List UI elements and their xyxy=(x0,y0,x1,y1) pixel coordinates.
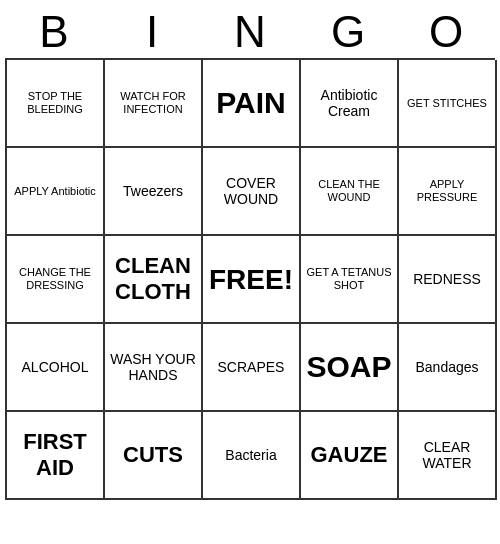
bingo-cell-3-3[interactable]: SOAP xyxy=(301,324,399,412)
cell-text: COVER WOUND xyxy=(207,175,295,209)
cell-text: CLEAN THE WOUND xyxy=(305,178,393,204)
cell-text: Bandages xyxy=(415,359,478,376)
cell-text: CLEAR WATER xyxy=(403,439,491,473)
bingo-container: BINGO STOP THE BLEEDINGWATCH FOR INFECTI… xyxy=(5,8,495,500)
bingo-letter-g: G xyxy=(303,8,393,56)
bingo-cell-0-2[interactable]: PAIN xyxy=(203,60,301,148)
bingo-letter-b: B xyxy=(9,8,99,56)
bingo-cell-2-1[interactable]: CLEAN CLOTH xyxy=(105,236,203,324)
bingo-cell-2-2[interactable]: FREE! xyxy=(203,236,301,324)
cell-text: Tweezers xyxy=(123,183,183,200)
bingo-cell-4-4[interactable]: CLEAR WATER xyxy=(399,412,497,500)
cell-text: STOP THE BLEEDING xyxy=(11,90,99,116)
cell-text: Bacteria xyxy=(225,447,276,464)
bingo-letter-n: N xyxy=(205,8,295,56)
bingo-cell-0-3[interactable]: Antibiotic Cream xyxy=(301,60,399,148)
bingo-header: BINGO xyxy=(5,8,495,56)
cell-text: REDNESS xyxy=(413,271,481,288)
cell-text: CHANGE THE DRESSING xyxy=(11,266,99,292)
cell-text: SOAP xyxy=(306,349,391,385)
bingo-cell-3-2[interactable]: SCRAPES xyxy=(203,324,301,412)
cell-text: APPLY PRESSURE xyxy=(403,178,491,204)
cell-text: GET A TETANUS SHOT xyxy=(305,266,393,292)
bingo-grid: STOP THE BLEEDINGWATCH FOR INFECTIONPAIN… xyxy=(5,58,495,500)
bingo-cell-4-1[interactable]: CUTS xyxy=(105,412,203,500)
bingo-cell-0-4[interactable]: GET STITCHES xyxy=(399,60,497,148)
cell-text: WATCH FOR INFECTION xyxy=(109,90,197,116)
cell-text: GAUZE xyxy=(311,442,388,468)
cell-text: CLEAN CLOTH xyxy=(109,253,197,306)
bingo-cell-3-1[interactable]: WASH YOUR HANDS xyxy=(105,324,203,412)
bingo-cell-2-4[interactable]: REDNESS xyxy=(399,236,497,324)
bingo-cell-2-0[interactable]: CHANGE THE DRESSING xyxy=(7,236,105,324)
cell-text: APPLY Antibiotic xyxy=(14,185,96,198)
cell-text: WASH YOUR HANDS xyxy=(109,351,197,385)
bingo-cell-1-0[interactable]: APPLY Antibiotic xyxy=(7,148,105,236)
bingo-cell-0-0[interactable]: STOP THE BLEEDING xyxy=(7,60,105,148)
bingo-letter-o: O xyxy=(401,8,491,56)
cell-text: Antibiotic Cream xyxy=(305,87,393,121)
bingo-cell-1-2[interactable]: COVER WOUND xyxy=(203,148,301,236)
bingo-cell-1-4[interactable]: APPLY PRESSURE xyxy=(399,148,497,236)
cell-text: SCRAPES xyxy=(218,359,285,376)
cell-text: FIRST AID xyxy=(11,429,99,482)
cell-text: CUTS xyxy=(123,442,183,468)
bingo-cell-4-0[interactable]: FIRST AID xyxy=(7,412,105,500)
bingo-cell-4-3[interactable]: GAUZE xyxy=(301,412,399,500)
cell-text: PAIN xyxy=(216,85,285,121)
bingo-cell-1-1[interactable]: Tweezers xyxy=(105,148,203,236)
bingo-cell-3-0[interactable]: ALCOHOL xyxy=(7,324,105,412)
cell-text: ALCOHOL xyxy=(22,359,89,376)
bingo-cell-0-1[interactable]: WATCH FOR INFECTION xyxy=(105,60,203,148)
cell-text: FREE! xyxy=(209,263,293,297)
bingo-cell-1-3[interactable]: CLEAN THE WOUND xyxy=(301,148,399,236)
bingo-cell-2-3[interactable]: GET A TETANUS SHOT xyxy=(301,236,399,324)
bingo-cell-4-2[interactable]: Bacteria xyxy=(203,412,301,500)
cell-text: GET STITCHES xyxy=(407,97,487,110)
bingo-letter-i: I xyxy=(107,8,197,56)
bingo-cell-3-4[interactable]: Bandages xyxy=(399,324,497,412)
